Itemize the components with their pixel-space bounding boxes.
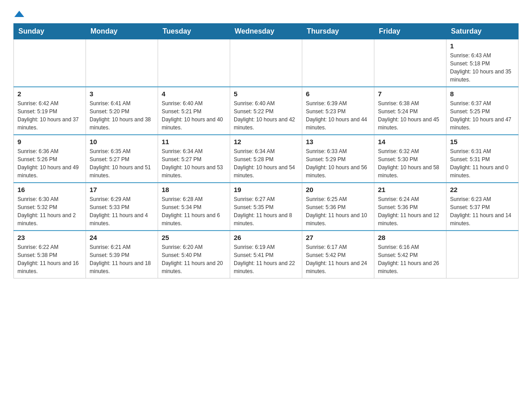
calendar-header-thursday: Thursday <box>302 24 374 39</box>
calendar-week-row: 16Sunrise: 6:30 AMSunset: 5:32 PMDayligh… <box>14 183 519 231</box>
calendar-cell: 22Sunrise: 6:23 AMSunset: 5:37 PMDayligh… <box>446 183 519 231</box>
calendar-week-row: 9Sunrise: 6:36 AMSunset: 5:26 PMDaylight… <box>14 135 519 183</box>
day-number: 26 <box>234 234 298 241</box>
calendar-week-row: 23Sunrise: 6:22 AMSunset: 5:38 PMDayligh… <box>14 231 519 278</box>
day-info: Sunrise: 6:39 AMSunset: 5:23 PMDaylight:… <box>306 99 370 132</box>
day-info: Sunrise: 6:28 AMSunset: 5:34 PMDaylight:… <box>162 195 226 227</box>
day-number: 2 <box>17 90 82 98</box>
svg-marker-0 <box>14 11 24 17</box>
calendar-header-monday: Monday <box>86 24 158 39</box>
calendar-cell <box>374 39 446 87</box>
calendar-table: SundayMondayTuesdayWednesdayThursdayFrid… <box>13 23 519 278</box>
day-number: 3 <box>90 90 154 98</box>
day-number: 23 <box>17 234 82 241</box>
day-info: Sunrise: 6:37 AMSunset: 5:25 PMDaylight:… <box>450 99 515 132</box>
day-number: 6 <box>306 90 370 98</box>
day-number: 4 <box>162 90 226 98</box>
day-number: 24 <box>90 234 154 241</box>
calendar-header-wednesday: Wednesday <box>230 24 302 39</box>
day-info: Sunrise: 6:34 AMSunset: 5:28 PMDaylight:… <box>234 147 298 180</box>
day-info: Sunrise: 6:27 AMSunset: 5:35 PMDaylight:… <box>234 195 298 227</box>
logo-triangle-icon <box>14 9 24 19</box>
day-info: Sunrise: 6:23 AMSunset: 5:37 PMDaylight:… <box>450 195 515 227</box>
calendar-cell: 24Sunrise: 6:21 AMSunset: 5:39 PMDayligh… <box>86 231 158 278</box>
day-number: 20 <box>306 186 370 193</box>
day-number: 12 <box>234 138 298 146</box>
calendar-cell <box>158 39 230 87</box>
calendar-cell: 9Sunrise: 6:36 AMSunset: 5:26 PMDaylight… <box>14 135 86 183</box>
calendar-cell: 4Sunrise: 6:40 AMSunset: 5:21 PMDaylight… <box>158 87 230 135</box>
day-info: Sunrise: 6:20 AMSunset: 5:40 PMDaylight:… <box>162 243 226 275</box>
calendar-cell: 19Sunrise: 6:27 AMSunset: 5:35 PMDayligh… <box>230 183 302 231</box>
calendar-cell: 7Sunrise: 6:38 AMSunset: 5:24 PMDaylight… <box>374 87 446 135</box>
day-info: Sunrise: 6:34 AMSunset: 5:27 PMDaylight:… <box>162 147 226 180</box>
day-number: 1 <box>450 42 515 50</box>
calendar-cell: 25Sunrise: 6:20 AMSunset: 5:40 PMDayligh… <box>158 231 230 278</box>
calendar-cell <box>230 39 302 87</box>
day-number: 5 <box>234 90 298 98</box>
calendar-cell: 12Sunrise: 6:34 AMSunset: 5:28 PMDayligh… <box>230 135 302 183</box>
calendar-week-row: 2Sunrise: 6:42 AMSunset: 5:19 PMDaylight… <box>14 87 519 135</box>
day-number: 19 <box>234 186 298 193</box>
day-number: 28 <box>378 234 442 241</box>
day-number: 11 <box>162 138 226 146</box>
day-info: Sunrise: 6:29 AMSunset: 5:33 PMDaylight:… <box>90 195 154 227</box>
day-info: Sunrise: 6:17 AMSunset: 5:42 PMDaylight:… <box>306 243 370 275</box>
day-info: Sunrise: 6:32 AMSunset: 5:30 PMDaylight:… <box>378 147 442 180</box>
day-info: Sunrise: 6:16 AMSunset: 5:42 PMDaylight:… <box>378 243 442 275</box>
calendar-cell: 5Sunrise: 6:40 AMSunset: 5:22 PMDaylight… <box>230 87 302 135</box>
day-number: 27 <box>306 234 370 241</box>
calendar-cell <box>302 39 374 87</box>
day-number: 21 <box>378 186 442 193</box>
calendar-cell: 1Sunrise: 6:43 AMSunset: 5:18 PMDaylight… <box>446 39 519 87</box>
calendar-cell: 15Sunrise: 6:31 AMSunset: 5:31 PMDayligh… <box>446 135 519 183</box>
calendar-cell: 3Sunrise: 6:41 AMSunset: 5:20 PMDaylight… <box>86 87 158 135</box>
day-number: 13 <box>306 138 370 146</box>
calendar-cell: 14Sunrise: 6:32 AMSunset: 5:30 PMDayligh… <box>374 135 446 183</box>
day-number: 14 <box>378 138 442 146</box>
day-number: 16 <box>17 186 82 193</box>
calendar-header-sunday: Sunday <box>14 24 86 39</box>
day-number: 8 <box>450 90 515 98</box>
day-info: Sunrise: 6:30 AMSunset: 5:32 PMDaylight:… <box>17 195 82 227</box>
day-info: Sunrise: 6:42 AMSunset: 5:19 PMDaylight:… <box>17 99 82 132</box>
calendar-cell: 26Sunrise: 6:19 AMSunset: 5:41 PMDayligh… <box>230 231 302 278</box>
day-info: Sunrise: 6:35 AMSunset: 5:27 PMDaylight:… <box>90 147 154 180</box>
calendar-cell: 6Sunrise: 6:39 AMSunset: 5:23 PMDaylight… <box>302 87 374 135</box>
calendar-cell: 20Sunrise: 6:25 AMSunset: 5:36 PMDayligh… <box>302 183 374 231</box>
calendar-header-saturday: Saturday <box>446 24 519 39</box>
day-info: Sunrise: 6:41 AMSunset: 5:20 PMDaylight:… <box>90 99 154 132</box>
calendar-cell: 17Sunrise: 6:29 AMSunset: 5:33 PMDayligh… <box>86 183 158 231</box>
day-info: Sunrise: 6:33 AMSunset: 5:29 PMDaylight:… <box>306 147 370 180</box>
calendar-cell: 16Sunrise: 6:30 AMSunset: 5:32 PMDayligh… <box>14 183 86 231</box>
day-info: Sunrise: 6:24 AMSunset: 5:36 PMDaylight:… <box>378 195 442 227</box>
calendar-cell: 10Sunrise: 6:35 AMSunset: 5:27 PMDayligh… <box>86 135 158 183</box>
calendar-cell <box>86 39 158 87</box>
day-info: Sunrise: 6:36 AMSunset: 5:26 PMDaylight:… <box>17 147 82 180</box>
day-info: Sunrise: 6:19 AMSunset: 5:41 PMDaylight:… <box>234 243 298 275</box>
day-number: 18 <box>162 186 226 193</box>
calendar-header-friday: Friday <box>374 24 446 39</box>
calendar-cell: 21Sunrise: 6:24 AMSunset: 5:36 PMDayligh… <box>374 183 446 231</box>
calendar-week-row: 1Sunrise: 6:43 AMSunset: 5:18 PMDaylight… <box>14 39 519 87</box>
calendar-cell: 11Sunrise: 6:34 AMSunset: 5:27 PMDayligh… <box>158 135 230 183</box>
day-info: Sunrise: 6:40 AMSunset: 5:21 PMDaylight:… <box>162 99 226 132</box>
calendar-header-row: SundayMondayTuesdayWednesdayThursdayFrid… <box>14 24 519 39</box>
calendar-cell: 2Sunrise: 6:42 AMSunset: 5:19 PMDaylight… <box>14 87 86 135</box>
calendar-cell: 27Sunrise: 6:17 AMSunset: 5:42 PMDayligh… <box>302 231 374 278</box>
day-number: 22 <box>450 186 515 193</box>
day-info: Sunrise: 6:40 AMSunset: 5:22 PMDaylight:… <box>234 99 298 132</box>
calendar-header-tuesday: Tuesday <box>158 24 230 39</box>
day-number: 9 <box>17 138 82 146</box>
day-info: Sunrise: 6:31 AMSunset: 5:31 PMDaylight:… <box>450 147 515 180</box>
calendar-cell: 23Sunrise: 6:22 AMSunset: 5:38 PMDayligh… <box>14 231 86 278</box>
day-info: Sunrise: 6:21 AMSunset: 5:39 PMDaylight:… <box>90 243 154 275</box>
day-info: Sunrise: 6:38 AMSunset: 5:24 PMDaylight:… <box>378 99 442 132</box>
day-number: 15 <box>450 138 515 146</box>
calendar-cell: 13Sunrise: 6:33 AMSunset: 5:29 PMDayligh… <box>302 135 374 183</box>
calendar-cell <box>14 39 86 87</box>
calendar-cell: 8Sunrise: 6:37 AMSunset: 5:25 PMDaylight… <box>446 87 519 135</box>
day-number: 10 <box>90 138 154 146</box>
day-number: 25 <box>162 234 226 241</box>
day-info: Sunrise: 6:43 AMSunset: 5:18 PMDaylight:… <box>450 51 515 84</box>
